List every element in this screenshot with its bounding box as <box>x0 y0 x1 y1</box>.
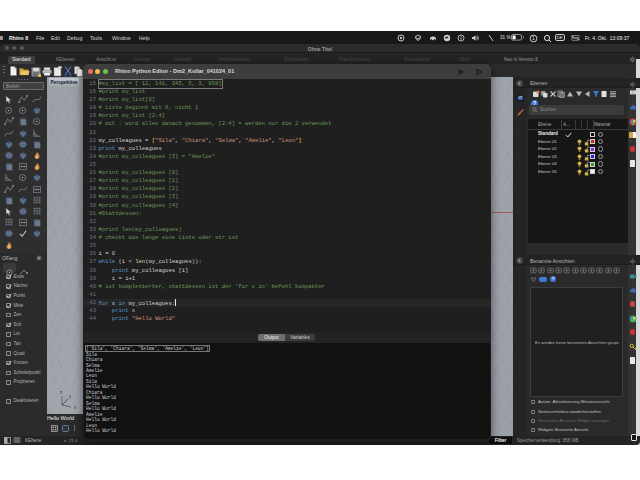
svg-text:x: x <box>74 405 77 410</box>
svg-text:y: y <box>69 394 72 399</box>
svg-text:1: 1 <box>532 35 535 41</box>
svg-text:z: z <box>60 390 63 395</box>
